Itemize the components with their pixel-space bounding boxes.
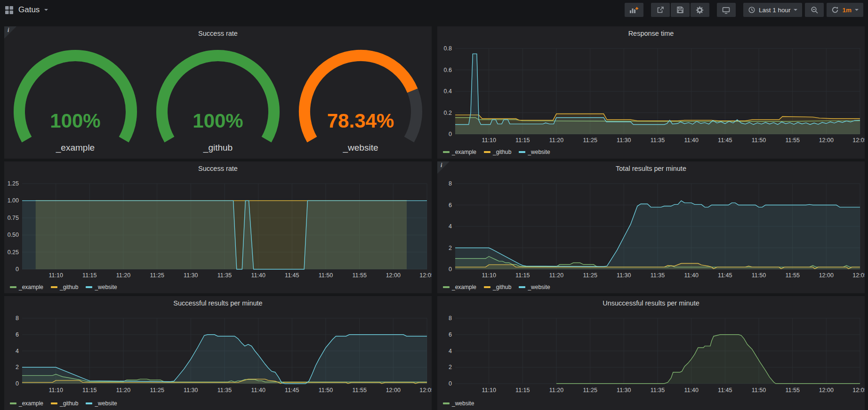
legend-color-dash — [10, 286, 16, 288]
legend-item-_example[interactable]: _example — [443, 149, 476, 155]
x-tick-label: 11:30 — [184, 387, 198, 394]
chart-legend: _example_github_website — [10, 284, 117, 290]
legend-item-_github[interactable]: _github — [484, 284, 511, 290]
x-tick-label: 11:25 — [583, 137, 597, 144]
navbar-left: Gatus — [5, 5, 48, 15]
zoom-out-icon — [811, 6, 819, 14]
legend-color-dash — [51, 402, 57, 404]
x-tick-label: 12:05 — [419, 387, 432, 394]
cycle-view-button[interactable] — [717, 3, 736, 17]
dashboard-caret-down-icon[interactable] — [44, 9, 48, 11]
panel-info-corner[interactable] — [437, 161, 450, 174]
chart-legend: _example_github_website — [443, 149, 550, 155]
y-tick-label: 8 — [449, 180, 452, 187]
panel-title-total-results-per-minute[interactable]: Total results per minute — [437, 165, 865, 172]
chart-success-rate[interactable]: 00.250.500.751.001.2511:1011:1511:2011:2… — [4, 161, 432, 293]
y-tick-label: 0 — [449, 266, 452, 273]
x-tick-label: 11:35 — [217, 387, 232, 394]
panel-title-unsuccessful-results-per-minute[interactable]: Unsuccessful results per minute — [437, 299, 865, 307]
chart-legend: _website — [443, 400, 474, 407]
chart-successful-results-per-minute[interactable]: 0246811:1011:1511:2011:2511:3011:3511:40… — [4, 296, 432, 410]
x-tick-label: 11:30 — [184, 272, 198, 279]
apps-grid-icon[interactable] — [5, 6, 14, 15]
legend-item-_github[interactable]: _github — [51, 284, 78, 290]
x-tick-label: 11:10 — [482, 272, 496, 279]
legend-item-_github[interactable]: _github — [484, 149, 511, 155]
refresh-icon — [831, 6, 839, 14]
x-tick-label: 11:45 — [285, 272, 299, 279]
add-panel-button[interactable] — [625, 3, 643, 17]
panel-total-results-per-minute: Total results per minutei0246811:1011:15… — [437, 161, 865, 293]
dashboard-title[interactable]: Gatus — [18, 5, 40, 15]
series-area-_website — [22, 201, 427, 269]
x-tick-label: 12:05 — [852, 137, 865, 144]
legend-label: _website — [528, 284, 550, 290]
legend-label: _website — [452, 400, 474, 407]
save-icon — [676, 6, 684, 14]
x-tick-label: 11:55 — [786, 137, 800, 144]
legend-item-_website[interactable]: _website — [86, 284, 117, 290]
gauge-value-_github: 100% — [193, 110, 243, 132]
legend-label: _example — [452, 284, 476, 290]
tv-icon — [722, 6, 730, 14]
x-tick-label: 11:30 — [617, 137, 631, 144]
gauge-chart: 100%_example100%_github78.34%_website — [4, 26, 432, 159]
legend-color-dash — [484, 286, 490, 288]
legend-color-dash — [443, 286, 450, 288]
legend-label: _github — [60, 284, 78, 290]
x-tick-label: 11:50 — [319, 272, 333, 279]
x-tick-label: 11:25 — [150, 272, 164, 279]
x-tick-label: 11:40 — [684, 137, 699, 144]
legend-color-dash — [484, 151, 490, 153]
series-area-_website — [455, 201, 860, 269]
y-tick-label: 0 — [449, 380, 452, 387]
settings-button[interactable] — [691, 3, 709, 17]
panel-title-response-time[interactable]: Response time — [437, 30, 865, 37]
x-tick-label: 11:45 — [718, 272, 732, 279]
panel-title-success-rate[interactable]: Success rate — [4, 165, 432, 172]
dashboard-actions-group — [651, 3, 709, 17]
y-tick-label: 6 — [16, 331, 19, 338]
panel-info-corner[interactable] — [4, 26, 16, 39]
panel-title-success-rate-gauges[interactable]: Success rate — [4, 30, 432, 37]
time-range-label: Last 1 hour — [759, 7, 791, 14]
x-tick-label: 11:15 — [515, 272, 530, 279]
refresh-button[interactable]: 1m — [827, 3, 863, 17]
legend-label: _github — [493, 284, 511, 290]
zoom-out-button[interactable] — [805, 3, 824, 17]
legend-color-dash — [519, 286, 525, 288]
chart-unsuccessful-results-per-minute[interactable]: 0246811:1011:1511:2011:2511:3011:3511:40… — [437, 296, 865, 410]
x-tick-label: 11:25 — [583, 387, 597, 394]
x-tick-label: 11:45 — [285, 387, 299, 394]
y-tick-label: 0.2 — [444, 110, 452, 116]
chart-legend: _example_github_website — [443, 284, 550, 290]
legend-item-_website[interactable]: _website — [86, 400, 117, 407]
legend-item-_example[interactable]: _example — [443, 284, 476, 290]
x-tick-label: 11:20 — [116, 387, 130, 394]
gauge-value-_website: 78.34% — [327, 110, 394, 132]
settings-gear-icon — [696, 6, 704, 14]
gauge-label-_example: _example — [56, 143, 95, 153]
x-tick-label: 11:40 — [251, 387, 265, 394]
chart-total-results-per-minute[interactable]: 0246811:1011:1511:2011:2511:3011:3511:40… — [437, 161, 865, 293]
legend-color-dash — [10, 402, 16, 404]
x-tick-label: 11:15 — [82, 272, 96, 279]
panel-title-successful-results-per-minute[interactable]: Successful results per minute — [4, 299, 432, 307]
legend-color-dash — [86, 286, 92, 288]
time-range-button[interactable]: Last 1 hour — [743, 3, 803, 17]
gauge-label-_github: _github — [203, 143, 233, 153]
x-tick-label: 12:00 — [386, 387, 401, 394]
x-tick-label: 12:00 — [386, 272, 401, 279]
legend-item-_website[interactable]: _website — [519, 149, 550, 155]
x-tick-label: 11:55 — [786, 272, 800, 279]
x-tick-label: 11:15 — [515, 137, 530, 144]
legend-item-_example[interactable]: _example — [10, 284, 43, 290]
chart-response-time[interactable]: 00.20.40.60.811:1011:1511:2011:2511:3011… — [437, 26, 865, 159]
save-button[interactable] — [671, 3, 690, 17]
legend-item-_github[interactable]: _github — [51, 400, 78, 407]
share-button[interactable] — [651, 3, 670, 17]
legend-item-_website[interactable]: _website — [519, 284, 550, 290]
y-tick-label: 0 — [449, 131, 452, 137]
legend-item-_example[interactable]: _example — [10, 400, 43, 407]
legend-item-_website[interactable]: _website — [443, 400, 474, 407]
